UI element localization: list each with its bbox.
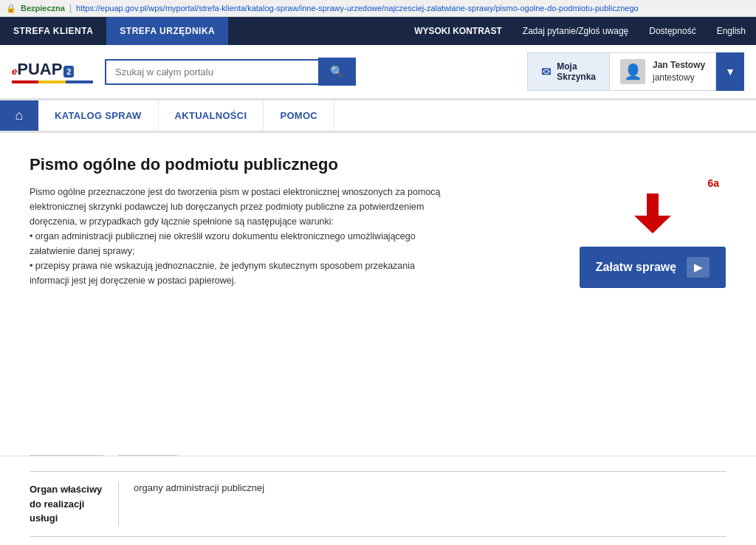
divider-left: [30, 455, 103, 456]
user-dropdown-button[interactable]: ▼: [716, 52, 744, 91]
top-nav: STREFA KLIENTA STREFA URZĘDNIKA WYSOKI K…: [0, 17, 756, 45]
svg-rect-0: [647, 193, 659, 216]
content-inner: Pismo ogólne do podmiotu publicznego Pis…: [30, 155, 726, 288]
main-content: Pismo ogólne do podmiotu publicznego Pis…: [30, 155, 549, 288]
nav-contrast[interactable]: WYSOKI KONTRAST: [404, 17, 512, 45]
action-button-arrow: ▶: [687, 257, 709, 278]
desc-bullet-1: organ administracji publicznej nie okreś…: [30, 229, 443, 258]
search-area: 🔍: [105, 58, 356, 86]
user-name: Jan Testowy: [653, 59, 705, 72]
secure-text: Bezpieczna: [21, 4, 65, 13]
logo-color-bar: [12, 80, 93, 83]
arrow-down-icon: [630, 191, 675, 241]
info-label: Organ właściwy do realizacji usługi: [30, 482, 118, 526]
search-input[interactable]: [105, 59, 318, 85]
action-button-label: Załatw sprawę: [596, 261, 676, 274]
nav-pomoc[interactable]: POMOC: [264, 100, 334, 131]
nav-tab-urzednik[interactable]: STREFA URZĘDNIKA: [106, 17, 228, 45]
page-title: Pismo ogólne do podmiotu publicznego: [30, 155, 549, 174]
lock-icon: 🔒: [6, 4, 16, 13]
nav-katalog[interactable]: KATALOG SPRAW: [38, 100, 159, 131]
home-button[interactable]: ⌂: [0, 100, 38, 131]
content-wrapper: Pismo ogólne do podmiotu publicznego Pis…: [0, 133, 756, 443]
search-button[interactable]: 🔍: [318, 58, 356, 86]
mailbox-button[interactable]: ✉ Moja Skrzynka: [527, 52, 610, 91]
main-nav: ⌂ KATALOG SPRAW AKTUALNOŚCI POMOC: [0, 100, 756, 133]
user-section: 👤 Jan Testowy jantestowy: [610, 52, 716, 91]
header: e PUAP 2 🔍 ✉ Moja Skrzynka 👤 Jan Testowy…: [0, 45, 756, 100]
info-row: Organ właściwy do realizacji usługi orga…: [30, 471, 726, 537]
nav-spacer: [228, 17, 404, 45]
info-value: organy administracji publicznej: [118, 482, 726, 526]
logo-e: e: [12, 66, 17, 77]
header-right: ✉ Moja Skrzynka 👤 Jan Testowy jantestowy…: [527, 52, 744, 91]
nav-aktualnosci[interactable]: AKTUALNOŚCI: [159, 100, 264, 131]
nav-tab-klient[interactable]: STREFA KLIENTA: [0, 17, 106, 45]
logo[interactable]: e PUAP 2: [12, 60, 93, 83]
info-section: Organ właściwy do realizacji usługi orga…: [0, 456, 756, 545]
dividers: [0, 443, 756, 456]
divider-right: [118, 455, 177, 456]
logo-puap: PUAP: [17, 60, 62, 79]
desc-list: organ administracji publicznej nie okreś…: [30, 229, 443, 288]
browser-bar: 🔒 Bezpieczna | https://epuap.gov.pl/wps/…: [0, 0, 756, 17]
svg-marker-1: [634, 216, 671, 233]
logo-badge: 2: [63, 66, 74, 78]
annotation-label: 6a: [707, 177, 719, 189]
nav-english[interactable]: English: [707, 17, 756, 45]
action-button[interactable]: Załatw sprawę ▶: [580, 247, 726, 288]
user-login: jantestowy: [653, 72, 705, 84]
mailbox-label: Moja Skrzynka: [557, 61, 596, 82]
url-bar: https://epuap.gov.pl/wps/myportal/strefa…: [76, 4, 639, 13]
desc-paragraph: Pismo ogólne przeznaczone jest do tworze…: [30, 185, 443, 229]
separator: |: [69, 3, 72, 13]
nav-accessibility[interactable]: Dostępność: [639, 17, 706, 45]
user-info: Jan Testowy jantestowy: [653, 59, 705, 84]
desc-bullet-2: przepisy prawa nie wskazują jednoznaczni…: [30, 258, 443, 288]
avatar: 👤: [620, 59, 645, 84]
mail-icon: ✉: [541, 65, 551, 79]
page-description: Pismo ogólne przeznaczone jest do tworze…: [30, 185, 443, 288]
side-action: 6a Załatw sprawę ▶: [579, 155, 726, 288]
nav-ask[interactable]: Zadaj pytanie/Zgłoś uwagę: [512, 17, 639, 45]
